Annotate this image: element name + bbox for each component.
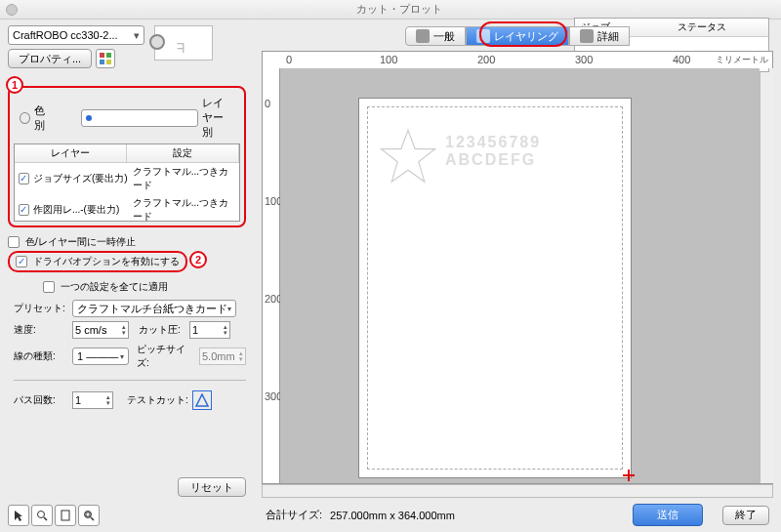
close-button[interactable]: 終了 bbox=[722, 506, 769, 525]
line-type-select[interactable]: 1 ———▾ bbox=[72, 348, 129, 365]
svg-point-4 bbox=[38, 512, 45, 518]
scrollbar-vertical[interactable] bbox=[760, 68, 773, 483]
preset-select[interactable]: クラフトマルチ台紙つきカード▾ bbox=[72, 300, 236, 317]
device-select[interactable]: CraftROBO cc330-2...▾ bbox=[8, 25, 144, 45]
page-preview: 123456789 ABCDEFG bbox=[358, 98, 632, 478]
cut-pressure-label: カット圧: bbox=[139, 323, 185, 337]
device-name: CraftROBO cc330-2... bbox=[13, 29, 118, 41]
cut-pressure-input[interactable]: 1▴▾ bbox=[189, 321, 230, 339]
pitch-input[interactable]: 5.0mm▴▾ bbox=[199, 348, 246, 365]
preset-label: プリセット: bbox=[14, 302, 68, 315]
star-shape bbox=[379, 128, 437, 186]
radio-by-color[interactable]: 色別 bbox=[20, 103, 52, 133]
pitch-label: ピッチサイズ: bbox=[137, 343, 195, 370]
enable-driver-options-check[interactable]: ドライバオプションを有効にする 2 bbox=[8, 251, 187, 272]
zoom-icon[interactable] bbox=[31, 505, 53, 526]
color-swatch-icon[interactable] bbox=[96, 49, 115, 68]
plotter-icon bbox=[154, 25, 213, 61]
general-icon bbox=[416, 29, 430, 43]
table-row[interactable]: ジョブサイズ(要出力) クラフトマル...つきカード bbox=[15, 163, 239, 194]
col-layer: レイヤー bbox=[15, 144, 127, 162]
total-size-value: 257.000mm x 364.000mm bbox=[330, 510, 455, 521]
total-size-label: 合計サイズ: bbox=[266, 508, 322, 522]
detail-icon bbox=[580, 29, 594, 43]
row-checkbox[interactable] bbox=[19, 204, 29, 216]
passes-input[interactable]: 1▴▾ bbox=[72, 391, 113, 409]
layer-table: レイヤー 設定 ジョブサイズ(要出力) クラフトマル...つきカード 作図用レ.… bbox=[14, 143, 240, 222]
svg-rect-1 bbox=[106, 53, 111, 58]
annotation-2: 2 bbox=[189, 251, 207, 268]
zoom-toolbar bbox=[8, 505, 100, 526]
svg-rect-9 bbox=[86, 512, 90, 516]
sample-text: 123456789 ABCDEFG bbox=[445, 134, 541, 169]
layer-selection-panel: 1 色別 レイヤー別 レイヤー 設定 ジョブサイズ(要出力) クラフトマル...… bbox=[8, 86, 246, 227]
scrollbar-horizontal[interactable] bbox=[262, 484, 773, 498]
test-cut-button[interactable] bbox=[192, 390, 212, 410]
titlebar: カット・プロット bbox=[0, 0, 781, 20]
tab-detail[interactable]: 詳細 bbox=[569, 26, 630, 46]
svg-rect-3 bbox=[106, 60, 111, 64]
preview-canvas[interactable]: 123456789 ABCDEFG bbox=[280, 68, 760, 483]
pointer-tool-icon[interactable] bbox=[8, 505, 29, 526]
pause-between-check[interactable]: 色/レイヤー間に一時停止 bbox=[8, 233, 246, 251]
ruler-horizontal: 0 100 200 300 400 ミリメートル bbox=[262, 51, 773, 68]
row-checkbox[interactable] bbox=[19, 173, 29, 184]
svg-rect-2 bbox=[100, 60, 104, 64]
speed-input[interactable]: 5 cm/s▴▾ bbox=[72, 321, 129, 339]
window-close-icon[interactable] bbox=[6, 4, 18, 16]
fit-page-icon[interactable] bbox=[55, 505, 76, 526]
speed-label: 速度: bbox=[14, 323, 68, 337]
passes-label: パス回数: bbox=[14, 393, 68, 407]
ruler-vertical: 0 100 200 300 bbox=[263, 68, 280, 483]
svg-rect-0 bbox=[100, 53, 104, 58]
tabbar: 一般 レイヤリング 詳細 bbox=[262, 25, 773, 47]
table-row[interactable]: 作図用レ...-(要出力) クラフトマル...つきカード bbox=[15, 194, 239, 225]
zoom-object-icon[interactable] bbox=[78, 505, 100, 526]
origin-marker-icon bbox=[623, 470, 635, 481]
reset-button[interactable]: リセット bbox=[178, 477, 246, 497]
properties-button[interactable]: プロパティ... bbox=[8, 49, 92, 68]
line-type-label: 線の種類: bbox=[14, 349, 68, 363]
col-setting: 設定 bbox=[127, 144, 239, 162]
radio-by-layer[interactable]: レイヤー別 bbox=[81, 96, 234, 140]
svg-rect-6 bbox=[62, 511, 69, 520]
tab-general[interactable]: 一般 bbox=[405, 26, 466, 46]
send-button[interactable]: 送信 bbox=[633, 504, 703, 526]
svg-line-5 bbox=[44, 517, 47, 520]
window-title: カット・プロット bbox=[23, 2, 775, 17]
test-cut-label: テストカット: bbox=[127, 393, 188, 407]
annotation-1: 1 bbox=[6, 76, 23, 94]
apply-one-setting-check[interactable]: 一つの設定を全てに適用 bbox=[43, 278, 246, 296]
svg-line-8 bbox=[91, 517, 94, 520]
annotation-ring bbox=[479, 21, 567, 47]
